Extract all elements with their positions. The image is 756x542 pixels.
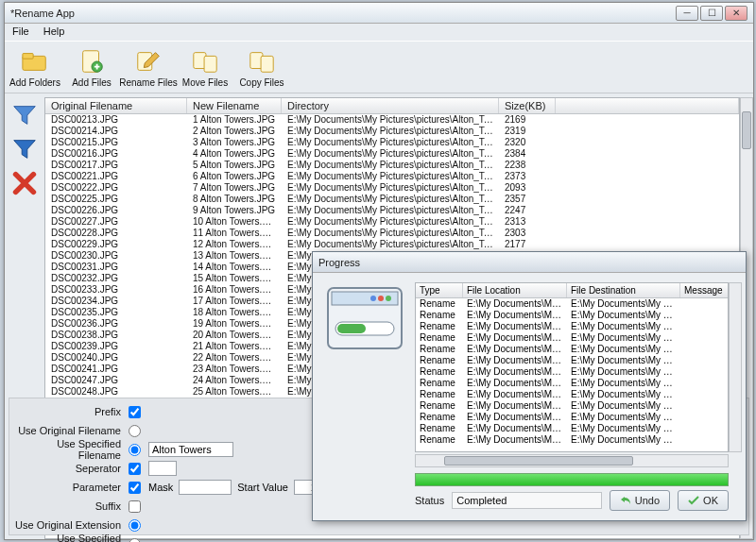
progress-dialog: Progress Type File Location File Destina…: [312, 251, 747, 521]
table-row[interactable]: DSC00216.JPG4 Alton Towers.JPGE:\My Docu…: [45, 148, 739, 160]
pcol-message[interactable]: Message: [680, 283, 729, 297]
progress-row[interactable]: RenameE:\My Documents\My ...E:\My Docume…: [416, 332, 728, 344]
progress-grid[interactable]: Type File Location File Destination Mess…: [415, 282, 729, 452]
cell-dir: E:\My Documents\My Pictures\pictures\Alt…: [282, 171, 499, 182]
cell-new: 7 Alton Towers.JPG: [187, 182, 282, 194]
pcell-msg: [680, 366, 729, 378]
progress-row[interactable]: RenameE:\My Documents\My ...E:\My Docume…: [416, 310, 728, 321]
pcol-location[interactable]: File Location: [463, 283, 567, 297]
menu-file[interactable]: File: [12, 25, 29, 37]
prefix-checkbox[interactable]: [129, 406, 141, 418]
use-spec-filename-radio[interactable]: [129, 444, 141, 456]
pcell-type: Rename: [416, 355, 463, 366]
use-spec-ext-radio[interactable]: [129, 538, 141, 543]
cell-orig: DSC00232.JPG: [45, 273, 187, 284]
status-value: Completed: [452, 492, 602, 509]
use-orig-ext-radio[interactable]: [129, 519, 141, 532]
use-spec-ext-label: Use Specified Extension: [15, 533, 121, 542]
cell-size: 2238: [499, 160, 556, 171]
table-row[interactable]: DSC00215.JPG3 Alton Towers.JPGE:\My Docu…: [45, 137, 739, 148]
cell-new: 17 Alton Towers.JPG: [187, 296, 282, 307]
cell-size: 2177: [499, 239, 556, 250]
progress-row[interactable]: RenameE:\My Documents\My ...E:\My Docume…: [416, 344, 728, 355]
table-row[interactable]: DSC00213.JPG1 Alton Towers.JPGE:\My Docu…: [45, 114, 739, 126]
grid-header[interactable]: Original Filename New Filename Directory…: [45, 98, 739, 114]
progress-grid-header[interactable]: Type File Location File Destination Mess…: [416, 283, 728, 298]
ok-button[interactable]: OK: [678, 490, 729, 511]
use-orig-filename-radio[interactable]: [129, 425, 141, 437]
progress-row[interactable]: RenameE:\My Documents\My ...E:\My Docume…: [416, 400, 728, 412]
table-row[interactable]: DSC00221.JPG6 Alton Towers.JPGE:\My Docu…: [45, 171, 739, 182]
rename-files-button[interactable]: Rename Files: [122, 43, 175, 91]
progress-bar: [415, 473, 729, 486]
pcell-dest: E:\My Documents\My Pictures\picture...: [567, 412, 680, 423]
progress-titlebar[interactable]: Progress: [313, 252, 746, 273]
table-row[interactable]: DSC00225.JPG8 Alton Towers.JPGE:\My Docu…: [45, 194, 739, 205]
add-files-button[interactable]: Add Files: [65, 43, 118, 91]
pcell-loc: E:\My Documents\My ...: [463, 332, 567, 344]
add-folders-button[interactable]: Add Folders: [9, 43, 61, 91]
progress-row[interactable]: RenameE:\My Documents\My ...E:\My Docume…: [416, 423, 728, 434]
copy-files-button[interactable]: Copy Files: [235, 43, 288, 91]
maximize-button[interactable]: ☐: [700, 6, 723, 21]
table-row[interactable]: DSC00217.JPG5 Alton Towers.JPGE:\My Docu…: [45, 160, 739, 171]
check-icon: [688, 495, 699, 506]
mask-input[interactable]: [179, 480, 232, 495]
parameter-checkbox[interactable]: [129, 482, 141, 494]
pcell-type: Rename: [416, 321, 463, 332]
pcell-dest: E:\My Documents\My Pictures\picture...: [567, 344, 680, 355]
add-files-label: Add Files: [72, 77, 112, 88]
pcol-destination[interactable]: File Destination: [567, 283, 680, 297]
pcell-msg: [680, 423, 729, 434]
filter-down-icon[interactable]: [10, 135, 39, 163]
pcell-loc: E:\My Documents\My ...: [463, 321, 567, 332]
progress-horizontal-scrollbar[interactable]: [415, 454, 729, 467]
spec-filename-input[interactable]: [148, 442, 233, 457]
progress-row[interactable]: RenameE:\My Documents\My ...E:\My Docume…: [416, 378, 728, 389]
table-row[interactable]: DSC00226.JPG9 Alton Towers.JPGE:\My Docu…: [45, 205, 739, 216]
cell-new: 12 Alton Towers.JPG: [187, 239, 282, 250]
table-row[interactable]: DSC00222.JPG7 Alton Towers.JPGE:\My Docu…: [45, 182, 739, 194]
delete-icon[interactable]: [10, 169, 39, 197]
move-files-button[interactable]: Move Files: [179, 43, 232, 91]
progress-row[interactable]: RenameE:\My Documents\My ...E:\My Docume…: [416, 434, 728, 446]
pcell-dest: E:\My Documents\My Pictures\picture...: [567, 423, 680, 434]
cell-new: 13 Alton Towers.JPG: [187, 250, 282, 262]
progress-row[interactable]: RenameE:\My Documents\My ...E:\My Docume…: [416, 321, 728, 332]
table-row[interactable]: DSC00227.JPG10 Alton Towers.JPGE:\My Doc…: [45, 216, 739, 228]
parameter-label: Parameter: [15, 482, 121, 493]
progress-vertical-scrollbar[interactable]: [729, 282, 742, 452]
cell-new: 19 Alton Towers.JPG: [187, 318, 282, 330]
suffix-checkbox[interactable]: [129, 500, 141, 513]
minimize-button[interactable]: ─: [676, 6, 698, 21]
table-row[interactable]: DSC00229.JPG12 Alton Towers.JPGE:\My Doc…: [45, 239, 739, 250]
cell-orig: DSC00236.JPG: [45, 318, 187, 330]
col-directory[interactable]: Directory: [282, 98, 499, 113]
menu-help[interactable]: Help: [43, 25, 65, 37]
pcell-type: Rename: [416, 412, 463, 423]
pcol-type[interactable]: Type: [416, 283, 463, 297]
pcell-type: Rename: [416, 344, 463, 355]
progress-row[interactable]: RenameE:\My Documents\My ...E:\My Docume…: [416, 412, 728, 423]
suffix-label: Suffix: [15, 500, 121, 512]
progress-row[interactable]: RenameE:\My Documents\My ...E:\My Docume…: [416, 366, 728, 378]
filter-up-icon[interactable]: [10, 101, 39, 129]
titlebar[interactable]: *Rename App ─ ☐ ✕: [5, 3, 753, 24]
progress-row[interactable]: RenameE:\My Documents\My ...E:\My Docume…: [416, 355, 728, 366]
seperator-checkbox[interactable]: [129, 463, 141, 475]
col-size[interactable]: Size(KB): [499, 98, 556, 113]
table-row[interactable]: DSC00228.JPG11 Alton Towers.JPGE:\My Doc…: [45, 228, 739, 239]
seperator-input[interactable]: [148, 461, 177, 476]
table-row[interactable]: DSC00214.JPG2 Alton Towers.JPGE:\My Docu…: [45, 126, 739, 137]
cell-size: 2169: [499, 114, 556, 126]
col-original[interactable]: Original Filename: [45, 98, 187, 113]
cell-size: 2303: [499, 228, 556, 239]
col-new[interactable]: New Filename: [187, 98, 282, 113]
progress-row[interactable]: RenameE:\My Documents\My ...E:\My Docume…: [416, 298, 728, 310]
pcell-msg: [680, 434, 729, 446]
pcell-msg: [680, 355, 729, 366]
cell-new: 11 Alton Towers.JPG: [187, 228, 282, 239]
undo-button[interactable]: Undo: [610, 490, 670, 511]
progress-row[interactable]: RenameE:\My Documents\My ...E:\My Docume…: [416, 389, 728, 400]
close-button[interactable]: ✕: [725, 6, 747, 21]
